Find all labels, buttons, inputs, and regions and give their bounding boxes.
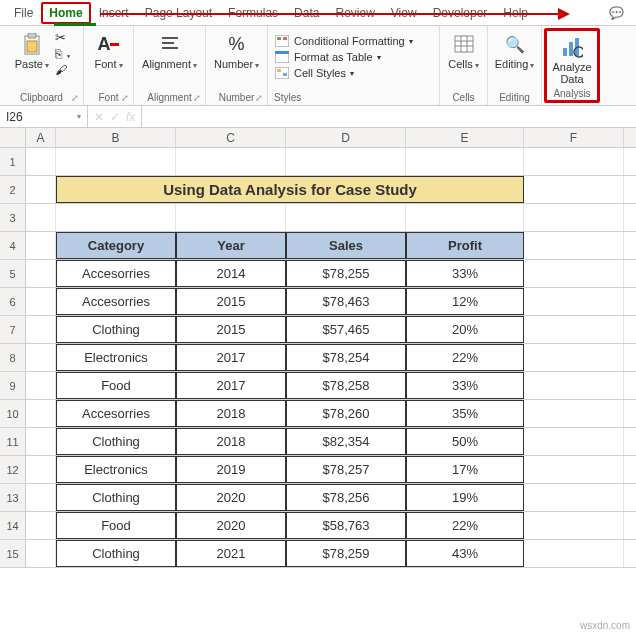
cell[interactable]: [26, 512, 56, 539]
col-header-a[interactable]: A: [26, 128, 56, 147]
table-cell[interactable]: $58,763: [286, 512, 406, 539]
table-cell[interactable]: $78,463: [286, 288, 406, 315]
font-button[interactable]: A Font: [90, 30, 126, 72]
name-box[interactable]: I26 ▾: [0, 106, 88, 127]
table-cell[interactable]: 17%: [406, 456, 524, 483]
table-cell[interactable]: Electronics: [56, 456, 176, 483]
table-cell[interactable]: $78,254: [286, 344, 406, 371]
cell[interactable]: [524, 372, 624, 399]
tab-file[interactable]: File: [6, 2, 41, 24]
row-header[interactable]: 11: [0, 428, 26, 455]
cell[interactable]: [286, 148, 406, 175]
cell[interactable]: [26, 260, 56, 287]
cell[interactable]: [26, 148, 56, 175]
table-cell[interactable]: $78,260: [286, 400, 406, 427]
number-launcher-icon[interactable]: ⤢: [255, 93, 263, 103]
cut-icon[interactable]: ✂: [55, 30, 72, 45]
analyze-data-button[interactable]: Analyze Data: [548, 33, 595, 87]
cells-button[interactable]: Cells: [444, 30, 482, 72]
sheet-title[interactable]: Using Data Analysis for Case Study: [56, 176, 524, 203]
table-header[interactable]: Year: [176, 232, 286, 259]
table-header[interactable]: Category: [56, 232, 176, 259]
cell[interactable]: [56, 204, 176, 231]
row-header[interactable]: 10: [0, 400, 26, 427]
row-header[interactable]: 3: [0, 204, 26, 231]
alignment-launcher-icon[interactable]: ⤢: [193, 93, 201, 103]
cell[interactable]: [524, 232, 624, 259]
col-header-e[interactable]: E: [406, 128, 524, 147]
table-cell[interactable]: $78,257: [286, 456, 406, 483]
table-cell[interactable]: Accesorries: [56, 260, 176, 287]
table-cell[interactable]: Accesorries: [56, 400, 176, 427]
row-header[interactable]: 14: [0, 512, 26, 539]
table-cell[interactable]: Clothing: [56, 540, 176, 567]
table-cell[interactable]: Accesorries: [56, 288, 176, 315]
table-cell[interactable]: 35%: [406, 400, 524, 427]
table-cell[interactable]: 2020: [176, 484, 286, 511]
cell[interactable]: [56, 148, 176, 175]
cell[interactable]: [524, 176, 624, 203]
cell-styles-button[interactable]: Cell Styles ▾: [274, 66, 433, 80]
table-cell[interactable]: 33%: [406, 372, 524, 399]
copy-icon[interactable]: ⎘ ▾: [55, 47, 72, 61]
cell[interactable]: [26, 344, 56, 371]
row-header[interactable]: 12: [0, 456, 26, 483]
font-launcher-icon[interactable]: ⤢: [121, 93, 129, 103]
cell[interactable]: [176, 204, 286, 231]
table-cell[interactable]: 2015: [176, 288, 286, 315]
table-cell[interactable]: Clothing: [56, 484, 176, 511]
table-cell[interactable]: $82,354: [286, 428, 406, 455]
col-header-f[interactable]: F: [524, 128, 624, 147]
cell[interactable]: [286, 204, 406, 231]
col-header-c[interactable]: C: [176, 128, 286, 147]
table-cell[interactable]: Food: [56, 372, 176, 399]
cell[interactable]: [524, 428, 624, 455]
cell[interactable]: [176, 148, 286, 175]
table-cell[interactable]: 19%: [406, 484, 524, 511]
cell[interactable]: [524, 204, 624, 231]
fx-icon[interactable]: fx: [126, 110, 135, 124]
cell[interactable]: [26, 484, 56, 511]
table-cell[interactable]: 2018: [176, 428, 286, 455]
table-cell[interactable]: 2017: [176, 372, 286, 399]
row-header[interactable]: 2: [0, 176, 26, 203]
table-cell[interactable]: 20%: [406, 316, 524, 343]
formula-input[interactable]: [142, 106, 636, 127]
row-header[interactable]: 1: [0, 148, 26, 175]
table-cell[interactable]: Clothing: [56, 428, 176, 455]
cell[interactable]: [524, 288, 624, 315]
comments-icon[interactable]: 💬: [603, 2, 630, 24]
table-cell[interactable]: 50%: [406, 428, 524, 455]
table-cell[interactable]: $78,255: [286, 260, 406, 287]
row-header[interactable]: 6: [0, 288, 26, 315]
table-cell[interactable]: 33%: [406, 260, 524, 287]
number-button[interactable]: % Number: [210, 30, 263, 72]
paste-button[interactable]: Paste: [11, 30, 53, 72]
table-cell[interactable]: 2019: [176, 456, 286, 483]
cell[interactable]: [524, 484, 624, 511]
cell[interactable]: [524, 148, 624, 175]
cell[interactable]: [26, 232, 56, 259]
cell[interactable]: [524, 260, 624, 287]
table-cell[interactable]: 2014: [176, 260, 286, 287]
cell[interactable]: [26, 176, 56, 203]
table-cell[interactable]: 43%: [406, 540, 524, 567]
table-cell[interactable]: 22%: [406, 344, 524, 371]
table-cell[interactable]: Clothing: [56, 316, 176, 343]
cell[interactable]: [26, 372, 56, 399]
tab-home[interactable]: Home: [41, 2, 90, 24]
cell[interactable]: [524, 512, 624, 539]
cell[interactable]: [524, 456, 624, 483]
format-painter-icon[interactable]: 🖌: [55, 63, 72, 77]
table-cell[interactable]: Food: [56, 512, 176, 539]
col-header-b[interactable]: B: [56, 128, 176, 147]
cell[interactable]: [524, 540, 624, 567]
clipboard-launcher-icon[interactable]: ⤢: [71, 93, 79, 103]
table-cell[interactable]: 2018: [176, 400, 286, 427]
table-cell[interactable]: 2021: [176, 540, 286, 567]
conditional-formatting-button[interactable]: Conditional Formatting ▾: [274, 34, 433, 48]
table-cell[interactable]: 12%: [406, 288, 524, 315]
row-header[interactable]: 15: [0, 540, 26, 567]
row-header[interactable]: 5: [0, 260, 26, 287]
alignment-button[interactable]: Alignment: [138, 30, 201, 72]
